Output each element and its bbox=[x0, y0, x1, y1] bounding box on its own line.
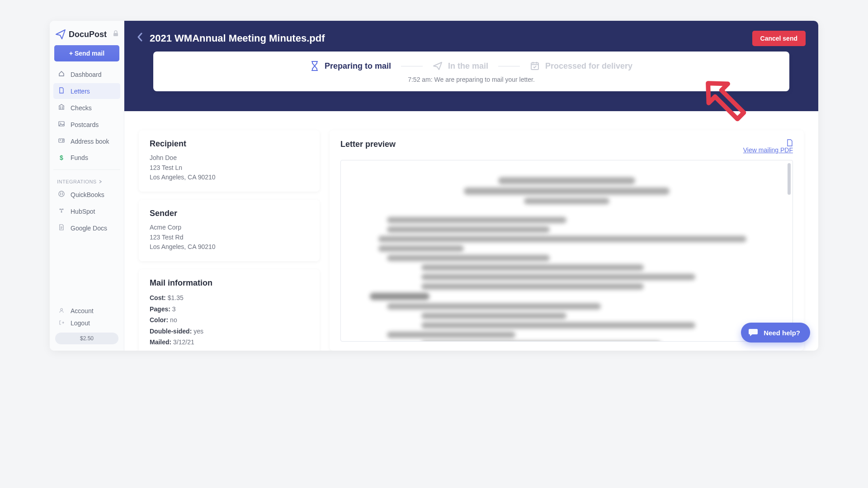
info-mailed: Mailed: 3/12/21 bbox=[150, 337, 309, 348]
file-icon bbox=[58, 87, 65, 95]
info-double-sided: Double-sided: yes bbox=[150, 326, 309, 337]
top-bar: 2021 WMAnnual Meeting Minutes.pdf Cancel… bbox=[124, 21, 818, 52]
integration-quickbooks[interactable]: QuickBooks bbox=[53, 187, 120, 202]
step-label: In the mail bbox=[448, 61, 488, 71]
sidebar: DocuPost + Send mail Dashboard Letters C… bbox=[50, 21, 124, 351]
logout-icon bbox=[58, 319, 65, 327]
lock-icon bbox=[113, 30, 118, 38]
pdf-icon bbox=[743, 139, 793, 146]
calendar-check-icon bbox=[530, 61, 540, 71]
nav-label: HubSpot bbox=[71, 208, 95, 215]
nav-label: QuickBooks bbox=[71, 191, 104, 198]
help-label: Need help? bbox=[764, 329, 800, 337]
step-divider bbox=[401, 66, 423, 66]
nav-checks[interactable]: Checks bbox=[53, 100, 120, 116]
sender-card: Sender Acme Corp 123 Test Rd Los Angeles… bbox=[139, 200, 320, 261]
main: 2021 WMAnnual Meeting Minutes.pdf Cancel… bbox=[124, 21, 818, 351]
chat-icon bbox=[748, 328, 758, 337]
step-in-mail: In the mail bbox=[433, 61, 488, 71]
account-link[interactable]: Account bbox=[53, 305, 120, 317]
mail-info-heading: Mail information bbox=[150, 278, 309, 288]
preview-document[interactable] bbox=[340, 160, 793, 342]
step-label: Processed for delivery bbox=[545, 61, 632, 71]
document-title: 2021 WMAnnual Meeting Minutes.pdf bbox=[150, 33, 325, 44]
hourglass-icon bbox=[310, 61, 319, 71]
nav-label: Google Docs bbox=[71, 225, 107, 232]
account-label: Account bbox=[71, 307, 94, 314]
bank-icon bbox=[58, 104, 65, 112]
chevron-right-icon bbox=[99, 180, 102, 183]
logout-label: Logout bbox=[71, 319, 90, 327]
nav-address-book[interactable]: Address book bbox=[53, 133, 120, 149]
status-text: 7:52 am: We are preparing to mail your l… bbox=[167, 76, 776, 83]
back-button[interactable] bbox=[137, 33, 143, 44]
logout-link[interactable]: Logout bbox=[53, 317, 120, 329]
recipient-heading: Recipient bbox=[150, 139, 309, 149]
sender-heading: Sender bbox=[150, 209, 309, 218]
recipient-name: John Doe bbox=[150, 153, 309, 163]
user-icon bbox=[58, 307, 65, 314]
integrations-header[interactable]: INTEGRATIONS bbox=[53, 174, 120, 186]
step-label: Preparing to mail bbox=[325, 61, 391, 71]
sender-addr1: 123 Test Rd bbox=[150, 233, 309, 243]
help-widget[interactable]: Need help? bbox=[741, 323, 810, 343]
doc-icon bbox=[58, 224, 65, 232]
nav-label: Checks bbox=[71, 104, 92, 112]
svg-rect-10 bbox=[531, 63, 538, 70]
divider bbox=[53, 169, 120, 170]
nav-label: Postcards bbox=[71, 121, 99, 128]
brand-logo[interactable]: DocuPost bbox=[53, 27, 120, 45]
svg-point-9 bbox=[61, 309, 63, 311]
mail-info-card: Mail information Cost: $1.35 Pages: 3 Co… bbox=[139, 269, 320, 351]
nav-postcards[interactable]: Postcards bbox=[53, 117, 120, 132]
send-mail-button[interactable]: + Send mail bbox=[54, 45, 119, 61]
sender-name: Acme Corp bbox=[150, 223, 309, 233]
preview-heading: Letter preview bbox=[340, 140, 396, 149]
balance-pill[interactable]: $2.50 bbox=[55, 333, 118, 344]
info-cost: Cost: $1.35 bbox=[150, 292, 309, 304]
nav-label: Letters bbox=[71, 88, 90, 95]
step-divider bbox=[498, 66, 520, 66]
recipient-addr2: Los Angeles, CA 90210 bbox=[150, 173, 309, 183]
preview-scrollbar[interactable] bbox=[788, 163, 791, 195]
svg-point-2 bbox=[60, 123, 61, 124]
letter-preview-card: Letter preview View mailing PDF bbox=[330, 130, 804, 351]
info-est-delivery: Est. delivery: 3/18/21 bbox=[150, 348, 309, 351]
sender-addr2: Los Angeles, CA 90210 bbox=[150, 242, 309, 252]
nav-label: Address book bbox=[71, 138, 109, 145]
nav-dashboard[interactable]: Dashboard bbox=[53, 66, 120, 82]
integration-hubspot[interactable]: HubSpot bbox=[53, 203, 120, 219]
step-preparing: Preparing to mail bbox=[310, 61, 391, 71]
nav-letters[interactable]: Letters bbox=[53, 83, 120, 99]
paper-plane-icon bbox=[55, 29, 66, 40]
paper-plane-icon bbox=[433, 61, 443, 71]
hubspot-icon bbox=[58, 207, 65, 215]
dollar-icon: $ bbox=[58, 154, 65, 161]
cancel-send-button[interactable]: Cancel send bbox=[752, 31, 806, 46]
integration-google-docs[interactable]: Google Docs bbox=[53, 220, 120, 236]
step-processed: Processed for delivery bbox=[530, 61, 632, 71]
id-card-icon bbox=[58, 137, 65, 145]
svg-point-5 bbox=[59, 191, 64, 197]
nav-funds[interactable]: $ Funds bbox=[53, 150, 120, 165]
view-pdf-link[interactable]: View mailing PDF bbox=[743, 146, 793, 154]
blurred-content bbox=[353, 177, 781, 342]
image-icon bbox=[58, 121, 65, 128]
quickbooks-icon bbox=[58, 191, 65, 198]
info-pages: Pages: 3 bbox=[150, 304, 309, 315]
svg-point-4 bbox=[60, 140, 61, 141]
recipient-addr1: 123 Test Ln bbox=[150, 163, 309, 173]
nav-label: Dashboard bbox=[71, 71, 102, 78]
svg-rect-0 bbox=[113, 33, 118, 36]
info-color: Color: no bbox=[150, 314, 309, 326]
progress-card: Preparing to mail In the mail Processed … bbox=[153, 52, 789, 91]
recipient-card: Recipient John Doe 123 Test Ln Los Angel… bbox=[139, 130, 320, 192]
brand-name: DocuPost bbox=[69, 30, 107, 39]
home-icon bbox=[58, 70, 65, 78]
nav-label: Funds bbox=[71, 154, 88, 161]
